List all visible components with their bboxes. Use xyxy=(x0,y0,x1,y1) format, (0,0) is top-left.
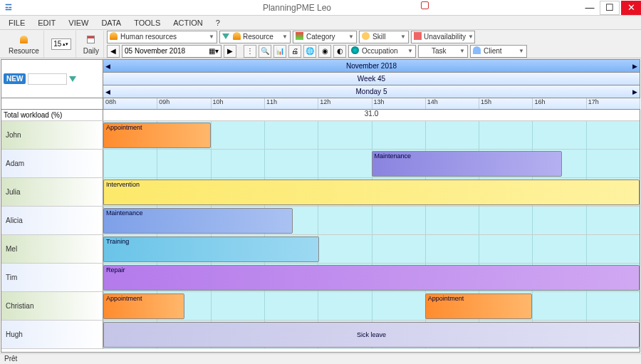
day-prev-button[interactable]: ◀ xyxy=(105,88,110,95)
resource-filter-dropdown[interactable]: Resource ▼ xyxy=(219,31,291,43)
time-tick: 08h xyxy=(103,98,116,109)
day-header: ◀ Monday 5 ▶ xyxy=(103,85,640,98)
occupation-icon xyxy=(351,46,360,56)
date-input[interactable]: 05 November 2018▦▾ xyxy=(122,45,222,58)
resource-row: JuliaIntervention xyxy=(1,178,640,207)
menu-action[interactable]: ACTION xyxy=(167,17,209,28)
occupation-dropdown[interactable]: Occupation ▼ xyxy=(348,45,416,58)
task-bar[interactable]: Appointment xyxy=(103,123,211,148)
task-bar[interactable]: Maintenance xyxy=(103,208,293,234)
task-bar[interactable]: Appointment xyxy=(103,293,184,319)
time-tick: 13h xyxy=(372,98,385,109)
month-prev-button[interactable]: ◀ xyxy=(105,63,110,70)
daily-label: Daily xyxy=(83,47,99,55)
task-bar[interactable]: Training xyxy=(103,236,319,262)
task-dropdown[interactable]: Task ▼ xyxy=(418,45,468,58)
resource-row: TimRepair xyxy=(1,264,640,292)
search-input[interactable] xyxy=(28,73,67,85)
chart-button[interactable]: 📊 xyxy=(273,45,286,58)
resource-timeline[interactable]: Training xyxy=(103,235,640,263)
chevron-down-icon: ▼ xyxy=(518,48,524,54)
time-tick: 11h xyxy=(264,98,277,109)
refresh-button[interactable]: ⋮ xyxy=(244,45,256,58)
minimize-button[interactable]: — xyxy=(580,1,600,15)
month-label: November 2018 xyxy=(346,62,397,70)
client-dropdown[interactable]: Client ▼ xyxy=(470,45,527,58)
search-button[interactable]: 🔍 xyxy=(259,45,271,58)
resource-label[interactable]: Hugh xyxy=(1,321,103,348)
close-button[interactable]: ✕ xyxy=(621,1,641,15)
calendar-icon xyxy=(84,33,98,46)
skill-icon xyxy=(362,32,370,41)
resource-timeline[interactable]: Sick leave xyxy=(103,321,640,348)
window-controls: — ☐ ✕ xyxy=(580,1,641,15)
resource-label[interactable]: Tim xyxy=(1,264,103,291)
task-bar[interactable]: Appointment xyxy=(425,293,533,319)
status-text: Prêt xyxy=(4,355,17,363)
resource-tool[interactable]: Resource xyxy=(4,31,44,58)
new-button[interactable]: NEW xyxy=(4,73,26,84)
print-button[interactable]: 🖨 xyxy=(288,45,301,58)
skill-dropdown[interactable]: Skill ▼ xyxy=(359,31,409,43)
time-tick: 17h xyxy=(586,98,599,109)
toolbar: Resource 15▴▾ Daily Human resources ▼ Re… xyxy=(0,30,641,58)
task-bar[interactable]: Intervention xyxy=(103,180,640,205)
resource-timeline[interactable]: Repair xyxy=(103,264,640,291)
funnel-icon[interactable] xyxy=(69,75,76,83)
category-dropdown[interactable]: Category ▼ xyxy=(293,31,357,43)
person-icon xyxy=(16,33,31,46)
day-next-button[interactable]: ▶ xyxy=(632,88,637,95)
client-icon xyxy=(473,46,481,56)
statusbar: Prêt xyxy=(0,353,641,364)
new-panel: NEW xyxy=(1,60,103,98)
resource-label[interactable]: Adam xyxy=(1,150,103,177)
resource-label[interactable]: Mel xyxy=(1,235,103,263)
resource-timeline[interactable]: Maintenance xyxy=(103,150,640,177)
resource-timeline[interactable]: Maintenance xyxy=(103,207,640,234)
daily-tool[interactable]: Daily xyxy=(79,31,104,58)
resource-timeline[interactable]: Intervention xyxy=(103,178,640,206)
time-tick: 16h xyxy=(532,98,545,109)
menu-data[interactable]: DATA xyxy=(95,17,127,28)
resource-row: AdamMaintenance xyxy=(1,150,640,178)
settings-button[interactable]: ◉ xyxy=(318,45,331,58)
resource-row: ChristianAppointmentAppointment xyxy=(1,292,640,321)
menu-view[interactable]: VIEW xyxy=(62,17,95,28)
resource-label[interactable]: Alicia xyxy=(1,207,103,234)
resource-timeline[interactable]: Appointment xyxy=(103,121,640,149)
maximize-button[interactable]: ☐ xyxy=(600,1,620,15)
task-bar[interactable]: Maintenance xyxy=(372,151,562,177)
task-bar[interactable]: Repair xyxy=(103,265,640,291)
block-icon xyxy=(414,32,422,41)
menu-file[interactable]: FILE xyxy=(2,17,31,28)
week-header: Week 45 xyxy=(103,73,640,85)
menu-edit[interactable]: EDIT xyxy=(31,17,62,28)
spin-input[interactable]: 15▴▾ xyxy=(51,38,71,50)
resource-row: AliciaMaintenance xyxy=(1,207,640,235)
resource-label[interactable]: Christian xyxy=(1,292,103,320)
date-next-button[interactable]: ▶ xyxy=(224,45,236,58)
workload-value: 31.0 xyxy=(103,110,640,120)
chevron-down-icon: ▼ xyxy=(459,48,465,54)
hr-dropdown[interactable]: Human resources ▼ xyxy=(107,31,217,43)
task-bar[interactable]: Sick leave xyxy=(103,322,640,348)
schedule-grid[interactable]: JohnAppointmentAdamMaintenanceJuliaInter… xyxy=(1,121,640,349)
time-tick: 14h xyxy=(425,98,438,109)
resource-label: Resource xyxy=(9,47,39,55)
app-icon: ☲ xyxy=(0,3,14,12)
resource-row: JohnAppointment xyxy=(1,121,640,150)
help-button[interactable]: ◐ xyxy=(333,45,346,58)
menu-tools[interactable]: TOOLS xyxy=(127,17,167,28)
globe-button[interactable]: 🌐 xyxy=(303,45,316,58)
resource-label[interactable]: Julia xyxy=(1,178,103,206)
date-prev-button[interactable]: ◀ xyxy=(107,45,120,58)
category-icon xyxy=(296,32,304,41)
unavailability-dropdown[interactable]: Unavailability ▼ xyxy=(411,31,475,43)
resource-label[interactable]: John xyxy=(1,121,103,149)
time-tick: 12h xyxy=(318,98,330,109)
month-next-button[interactable]: ▶ xyxy=(632,63,637,70)
week-label: Week 45 xyxy=(358,75,385,83)
menu-?[interactable]: ? xyxy=(209,17,226,28)
resource-timeline[interactable]: AppointmentAppointment xyxy=(103,292,640,320)
day-label: Monday 5 xyxy=(356,88,387,95)
